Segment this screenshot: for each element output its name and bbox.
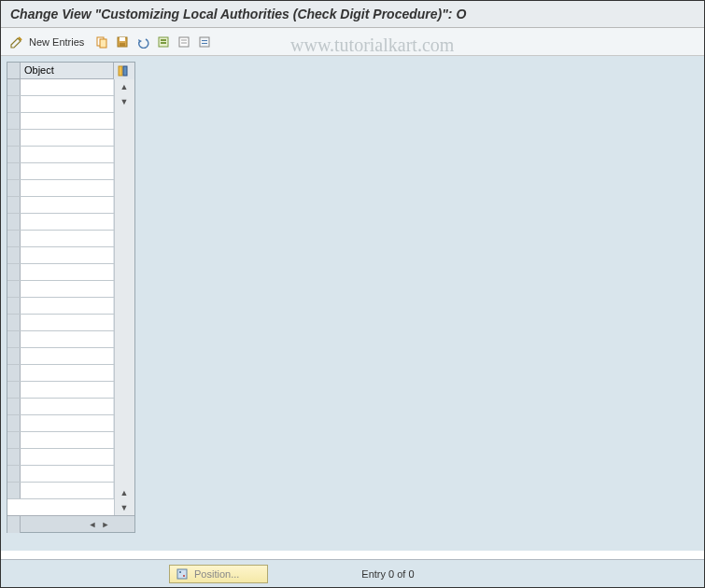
- row-selector[interactable]: [7, 315, 21, 330]
- row-selector[interactable]: [7, 483, 21, 498]
- row-selector[interactable]: [7, 231, 21, 246]
- table-row[interactable]: [7, 214, 114, 231]
- row-selector[interactable]: [7, 247, 21, 263]
- scroll-down-icon[interactable]: ▼: [115, 94, 134, 109]
- copy-icon[interactable]: [93, 34, 110, 50]
- vertical-scrollbar[interactable]: ▲ ▼ ▲ ▼: [114, 79, 134, 515]
- row-selector[interactable]: [7, 130, 21, 146]
- row-selector-header[interactable]: [7, 63, 21, 78]
- table-row[interactable]: [7, 415, 114, 432]
- data-cell[interactable]: [21, 163, 114, 179]
- row-selector[interactable]: [7, 113, 21, 129]
- data-cell[interactable]: [21, 147, 114, 162]
- scroll-up-bottom-icon[interactable]: ▲: [115, 485, 134, 500]
- table-row[interactable]: [7, 281, 114, 298]
- row-selector[interactable]: [7, 415, 21, 431]
- table-row[interactable]: [7, 365, 114, 382]
- row-selector[interactable]: [7, 432, 21, 448]
- data-cell[interactable]: [21, 331, 114, 347]
- row-selector[interactable]: [7, 180, 21, 196]
- undo-icon[interactable]: [134, 34, 151, 50]
- scroll-up-icon[interactable]: ▲: [115, 79, 134, 94]
- table-row[interactable]: [7, 432, 114, 449]
- data-cell[interactable]: [21, 432, 114, 448]
- table-row[interactable]: [7, 264, 114, 281]
- table-row[interactable]: [7, 79, 114, 96]
- scroll-left-icon[interactable]: ◄: [86, 518, 99, 531]
- row-selector[interactable]: [7, 163, 21, 179]
- table-row[interactable]: [7, 247, 114, 264]
- data-cell[interactable]: [21, 281, 114, 297]
- table-row[interactable]: [7, 113, 114, 130]
- row-selector[interactable]: [7, 197, 21, 213]
- save-icon[interactable]: [114, 34, 131, 50]
- column-header-object[interactable]: Object: [21, 63, 114, 78]
- data-cell[interactable]: [21, 214, 114, 230]
- data-cell[interactable]: [21, 399, 114, 414]
- change-icon[interactable]: [8, 34, 25, 50]
- row-selector[interactable]: [7, 298, 21, 314]
- data-cell[interactable]: [21, 247, 114, 263]
- deselect-all-icon[interactable]: [176, 34, 192, 50]
- data-cell[interactable]: [21, 449, 114, 465]
- row-selector[interactable]: [7, 331, 21, 347]
- table-row[interactable]: [7, 298, 114, 315]
- data-cell[interactable]: [21, 382, 114, 398]
- table-row[interactable]: [7, 130, 114, 147]
- row-selector[interactable]: [7, 281, 21, 297]
- table-row[interactable]: [7, 96, 114, 113]
- table-row[interactable]: [7, 449, 114, 466]
- svg-rect-9: [181, 39, 187, 41]
- data-cell[interactable]: [21, 298, 114, 314]
- svg-rect-7: [161, 42, 166, 44]
- table-row[interactable]: [7, 231, 114, 247]
- row-selector[interactable]: [7, 348, 21, 364]
- data-cell[interactable]: [21, 180, 114, 196]
- data-cell[interactable]: [21, 264, 114, 280]
- row-selector[interactable]: [7, 365, 21, 381]
- row-selector[interactable]: [7, 449, 21, 465]
- table-config-icon[interactable]: [114, 63, 134, 79]
- data-cell[interactable]: [21, 315, 114, 330]
- row-selector[interactable]: [7, 96, 21, 112]
- new-entries-button[interactable]: New Entries: [29, 36, 84, 48]
- row-selector[interactable]: [7, 264, 21, 280]
- table-row[interactable]: [7, 348, 114, 365]
- table-row[interactable]: [7, 399, 114, 415]
- data-cell[interactable]: [21, 231, 114, 246]
- table-row[interactable]: [7, 483, 114, 499]
- row-selector[interactable]: [7, 466, 21, 482]
- table-row[interactable]: [7, 331, 114, 348]
- data-cell[interactable]: [21, 483, 114, 498]
- data-cell[interactable]: [21, 113, 114, 129]
- svg-rect-1: [100, 39, 106, 48]
- data-cell[interactable]: [21, 466, 114, 482]
- row-selector[interactable]: [7, 79, 21, 95]
- data-cell[interactable]: [21, 415, 114, 431]
- table-row[interactable]: [7, 147, 114, 163]
- data-cell[interactable]: [21, 197, 114, 213]
- scroll-right-icon[interactable]: ►: [99, 518, 112, 531]
- row-selector[interactable]: [7, 399, 21, 414]
- row-selector[interactable]: [7, 147, 21, 162]
- table-row[interactable]: [7, 466, 114, 483]
- delete-icon[interactable]: [196, 34, 213, 50]
- horizontal-scrollbar[interactable]: ◄ ►: [21, 518, 114, 531]
- row-selector[interactable]: [7, 214, 21, 230]
- table-row[interactable]: [7, 315, 114, 331]
- table-row[interactable]: [7, 197, 114, 214]
- svg-rect-17: [179, 571, 181, 573]
- table-row[interactable]: [7, 180, 114, 197]
- data-cell[interactable]: [21, 79, 114, 95]
- table-row[interactable]: [7, 163, 114, 180]
- table-row[interactable]: [7, 382, 114, 399]
- scroll-down-bottom-icon[interactable]: ▼: [115, 500, 134, 515]
- data-cell[interactable]: [21, 96, 114, 112]
- scroll-track[interactable]: [115, 109, 134, 485]
- position-button[interactable]: Position...: [169, 565, 268, 583]
- data-cell[interactable]: [21, 365, 114, 381]
- select-all-icon[interactable]: [155, 34, 172, 50]
- data-cell[interactable]: [21, 348, 114, 364]
- data-cell[interactable]: [21, 130, 114, 146]
- row-selector[interactable]: [7, 382, 21, 398]
